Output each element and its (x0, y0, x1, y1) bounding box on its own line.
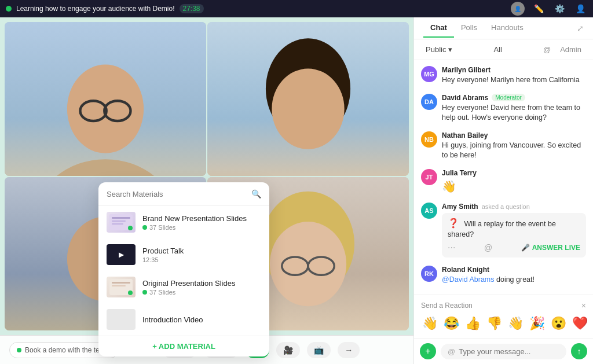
chat-message-2: DA David Abrams Moderator Hey everyone! … (421, 94, 586, 123)
person-icon[interactable]: 👤 (573, 2, 587, 16)
add-material-button[interactable]: + ADD MATERIAL (98, 336, 269, 356)
main-content: 🔍 Brand New Presentation Slides 37 Slide… (0, 17, 593, 364)
tab-handouts[interactable]: Handouts (484, 19, 530, 38)
msg-name-2: David Abrams (442, 94, 488, 102)
msg-text-4: 👋 (442, 178, 586, 194)
msg-header-5: Amy Smith asked a question (442, 203, 586, 211)
material-name-3: Original Presentation Slides (142, 279, 261, 288)
reaction-header: Send a Reaction × (421, 301, 586, 310)
msg-text-1: Hey everyone! Marilyn here from Californ… (442, 75, 586, 86)
video-area: 🔍 Brand New Presentation Slides 37 Slide… (0, 17, 413, 364)
reaction-surprised[interactable]: 😮 (550, 315, 568, 332)
material-thumb-video (107, 244, 136, 265)
video-cell-1 (5, 22, 206, 176)
material-dot-2 (142, 290, 147, 295)
material-info-4: Introduction Video (142, 315, 261, 324)
leave-button[interactable]: → (338, 342, 360, 358)
reaction-laugh[interactable]: 😂 (442, 315, 460, 332)
material-item-1[interactable]: Brand New Presentation Slides 37 Slides (98, 206, 269, 238)
msg-name-6: Roland Knight (442, 266, 489, 274)
question-icon: ❓ (448, 218, 459, 228)
chat-input-area: + @ ↑ (414, 338, 593, 364)
svg-rect-20 (112, 223, 123, 225)
chevron-down-icon: ▾ (448, 45, 452, 54)
chat-panel: Chat Polls Handouts ⤢ Public ▾ All @ Adm… (413, 17, 593, 364)
avatar-marilyn: MG (421, 66, 437, 82)
reaction-wave2[interactable]: 👋 (507, 315, 525, 332)
material-meta-1: 37 Slides (142, 224, 261, 231)
svg-rect-19 (112, 220, 126, 222)
chat-input-wrap: @ (441, 344, 566, 359)
chat-tabs: Chat Polls Handouts ⤢ (414, 17, 593, 39)
filter-at[interactable]: @ (539, 43, 555, 56)
avatar-nathan: NB (421, 131, 437, 148)
material-item-2[interactable]: Product Talk 12:35 (98, 238, 269, 271)
materials-search-bar: 🔍 (98, 182, 269, 206)
mic-answer-icon: 🎤 (521, 244, 530, 252)
reaction-heart[interactable]: ❤️ (571, 315, 589, 332)
video-person-1 (5, 22, 206, 176)
search-icon: 🔍 (251, 189, 261, 198)
msg-body-5: Amy Smith asked a question ❓ Will a repl… (442, 203, 586, 258)
material-item-3[interactable]: Original Presentation Slides 37 Slides (98, 271, 269, 303)
msg-body-1: Marilyn Gilbert Hey everyone! Marilyn he… (442, 66, 586, 86)
video-cell-2 (207, 22, 409, 176)
event-title: Learning how to engage your audience wit… (16, 5, 175, 13)
screen-share-icon: 📺 (314, 345, 324, 355)
mention-name: @David Abrams (442, 275, 495, 284)
screen-share-button[interactable]: 📺 (307, 342, 331, 358)
settings-icon[interactable]: ⚙️ (552, 2, 566, 16)
material-meta-2: 12:35 (142, 256, 261, 263)
msg-header-2: David Abrams Moderator (442, 94, 586, 102)
chat-add-button[interactable]: + (420, 343, 436, 359)
chat-send-button[interactable]: ↑ (571, 343, 587, 359)
tab-polls[interactable]: Polls (454, 19, 484, 38)
msg-header-4: Julia Terry (442, 169, 586, 177)
svg-rect-23 (112, 282, 130, 284)
svg-point-8 (272, 69, 344, 149)
top-bar: Learning how to engage your audience wit… (0, 0, 593, 17)
filter-all[interactable]: All (457, 43, 539, 56)
chat-messages: MG Marilyn Gilbert Hey everyone! Marilyn… (414, 60, 593, 295)
chat-filter-bar: Public ▾ All @ Admin (414, 39, 593, 60)
top-bar-left: Learning how to engage your audience wit… (6, 4, 204, 13)
at-icon[interactable]: @ (484, 243, 492, 252)
reaction-emojis: 👋 😂 👍 👎 👋 🎉 😮 ❤️ (421, 315, 586, 332)
reaction-thumbsup[interactable]: 👍 (464, 315, 482, 332)
chat-message-4: JT Julia Terry 👋 (421, 169, 586, 194)
filter-admin[interactable]: Admin (555, 43, 586, 56)
material-info-2: Product Talk 12:35 (142, 247, 261, 263)
svg-point-21 (128, 226, 133, 230)
video-person-2 (207, 22, 409, 176)
video-button[interactable]: 🎥 (276, 342, 300, 358)
reaction-thumbsdown[interactable]: 👎 (485, 315, 503, 332)
material-name-1: Brand New Presentation Slides (142, 214, 261, 223)
chat-message-input[interactable] (459, 347, 559, 356)
materials-search-input[interactable] (107, 190, 247, 198)
filter-public[interactable]: Public ▾ (421, 43, 457, 56)
materials-panel: 🔍 Brand New Presentation Slides 37 Slide… (98, 182, 269, 356)
edit-icon[interactable]: ✏️ (532, 2, 546, 16)
reaction-panel: Send a Reaction × 👋 😂 👍 👎 👋 🎉 😮 ❤️ (414, 295, 593, 338)
reaction-close-icon[interactable]: × (581, 301, 586, 310)
video-icon: 🎥 (283, 345, 293, 355)
material-item-4[interactable]: Introduction Video (98, 303, 269, 336)
msg-text-6: @David Abrams doing great! (442, 275, 586, 285)
at-button[interactable]: @ (448, 347, 455, 356)
msg-body-2: David Abrams Moderator Hey everyone! Dav… (442, 94, 586, 123)
expand-icon[interactable]: ⤢ (577, 24, 584, 33)
chat-message-3: NB Nathan Bailey Hi guys, joining from V… (421, 131, 586, 161)
tab-chat[interactable]: Chat (423, 19, 454, 38)
answer-live-button[interactable]: 🎤 ANSWER LIVE (521, 244, 580, 252)
msg-header-3: Nathan Bailey (442, 131, 586, 139)
more-options-icon[interactable]: ··· (448, 242, 455, 253)
avatar-julia: JT (421, 169, 437, 185)
chat-message-1: MG Marilyn Gilbert Hey everyone! Marilyn… (421, 66, 586, 86)
reaction-wave[interactable]: 👋 (421, 315, 439, 332)
reaction-party[interactable]: 🎉 (528, 315, 546, 332)
msg-name-3: Nathan Bailey (442, 131, 488, 139)
msg-name-4: Julia Terry (442, 169, 477, 177)
msg-name-5: Amy Smith (442, 203, 478, 211)
moderator-badge: Moderator (492, 94, 525, 101)
user-avatar: 👤 (511, 2, 525, 16)
